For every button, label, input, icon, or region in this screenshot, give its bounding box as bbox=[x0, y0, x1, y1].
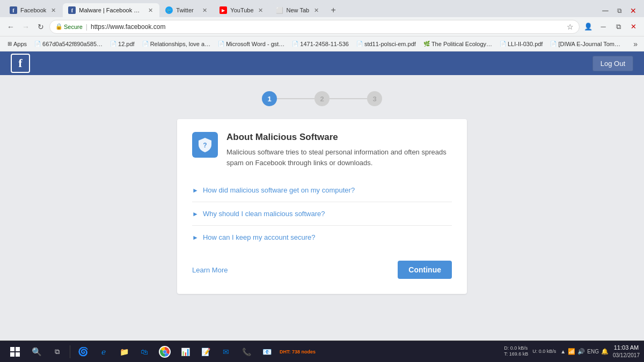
refresh-button[interactable]: ↻ bbox=[34, 20, 47, 33]
step-2-circle: 2 bbox=[314, 91, 330, 106]
bookmark-1-label: 667d0a542f890a585… bbox=[42, 41, 103, 47]
bookmark-3[interactable]: 📄 Relationships, love a… bbox=[139, 40, 214, 48]
taskbar-excel-icon[interactable]: 📊 bbox=[175, 342, 195, 361]
chevron-right-icon-2: ► bbox=[192, 210, 199, 218]
tray-notification-icon[interactable]: 🔔 bbox=[601, 348, 609, 355]
windows-start-button[interactable] bbox=[4, 342, 26, 361]
taskbar-files-icon[interactable]: 📁 bbox=[114, 342, 134, 361]
word-icon: 📝 bbox=[201, 348, 210, 356]
malware-favicon: f bbox=[68, 6, 76, 14]
minimize-icon[interactable]: ─ bbox=[597, 20, 610, 33]
bookmark-6[interactable]: 📄 std11-polsci-em.pdf bbox=[353, 40, 419, 48]
title-bar: f Facebook ✕ f Malware | Facebook Hel… ✕… bbox=[0, 0, 644, 17]
taskbar-ie-icon[interactable]: ℯ bbox=[94, 342, 113, 361]
taskbar-search-button[interactable]: 🔍 bbox=[27, 342, 46, 361]
tab-malware[interactable]: f Malware | Facebook Hel… ✕ bbox=[63, 3, 159, 17]
tab-facebook-close[interactable]: ✕ bbox=[49, 6, 57, 14]
taskbar-chrome-icon[interactable] bbox=[155, 342, 174, 361]
logout-button[interactable]: Log Out bbox=[592, 56, 633, 71]
tab-twitter[interactable]: 🐦 Twitter ✕ bbox=[160, 3, 214, 17]
bookmark-4[interactable]: 📄 Microsoft Word - gst… bbox=[215, 40, 288, 48]
faq-link-1[interactable]: How did malicious software get on my com… bbox=[203, 186, 355, 194]
url-text[interactable]: https://www.facebook.com bbox=[91, 23, 564, 31]
file-explorer-icon: 📁 bbox=[120, 348, 129, 356]
bookmark-star[interactable]: ☆ bbox=[567, 23, 574, 31]
bookmark-9[interactable]: 📄 [DIWA E-Journal Tom… bbox=[547, 40, 624, 48]
bookmark-apps-label: Apps bbox=[13, 41, 27, 47]
faq-item-2[interactable]: ► Why should I clean malicious software? bbox=[192, 202, 452, 226]
taskbar-store-icon[interactable]: 🛍 bbox=[135, 342, 154, 361]
facebook-logo: f bbox=[11, 54, 30, 73]
tab-newtab-label: New Tab bbox=[287, 7, 310, 13]
chrome-icon bbox=[159, 346, 171, 358]
twitter-favicon: 🐦 bbox=[165, 6, 173, 14]
faq-item-1[interactable]: ► How did malicious software get on my c… bbox=[192, 179, 452, 202]
excel-icon: 📊 bbox=[181, 348, 190, 356]
tab-newtab[interactable]: ⬜ New Tab ✕ bbox=[270, 3, 326, 17]
tray-chevron[interactable]: ▲ bbox=[560, 349, 566, 354]
taskbar-word-icon[interactable]: 📝 bbox=[196, 342, 215, 361]
ie-icon: ℯ bbox=[101, 348, 106, 356]
tab-twitter-close[interactable]: ✕ bbox=[201, 6, 208, 14]
bookmark-apps[interactable]: ⊞ Apps bbox=[4, 40, 30, 48]
clock-time: 11:03 AM bbox=[613, 344, 640, 352]
tray-network-icon: 📶 bbox=[568, 348, 575, 355]
tab-newtab-close[interactable]: ✕ bbox=[312, 6, 320, 14]
network-upload: U: 0.0 kB/s bbox=[532, 349, 556, 355]
taskbar-phone-icon[interactable]: 📞 bbox=[237, 342, 256, 361]
tab-facebook[interactable]: f Facebook ✕ bbox=[4, 3, 62, 17]
window-minimize[interactable]: ─ bbox=[599, 4, 612, 17]
tab-youtube-close[interactable]: ✕ bbox=[257, 6, 265, 14]
svg-rect-2 bbox=[16, 347, 20, 351]
bookmark-5[interactable]: 📄 1471-2458-11-536 bbox=[289, 40, 352, 48]
window-restore[interactable]: ⧉ bbox=[613, 4, 626, 17]
store-icon: 🛍 bbox=[141, 348, 148, 356]
chevron-right-icon-1: ► bbox=[192, 187, 199, 194]
doc-icon-4: 📄 bbox=[218, 41, 224, 47]
svg-rect-4 bbox=[16, 352, 20, 357]
continue-button[interactable]: Continue bbox=[398, 261, 452, 279]
svg-rect-3 bbox=[10, 352, 14, 357]
forward-button[interactable]: → bbox=[19, 20, 32, 33]
bookmark-8-label: LLI-II-030.pdf bbox=[508, 41, 543, 47]
new-tab-button[interactable]: + bbox=[326, 3, 341, 17]
address-bar[interactable]: 🔒 Secure | https://www.facebook.com ☆ bbox=[49, 20, 580, 34]
faq-link-2[interactable]: Why should I clean malicious software? bbox=[203, 210, 325, 218]
tab-malware-close[interactable]: ✕ bbox=[147, 6, 154, 14]
taskbar-mail2-icon[interactable]: 📧 bbox=[257, 342, 276, 361]
windows-logo-icon bbox=[10, 347, 20, 357]
step-line-1 bbox=[277, 98, 314, 99]
back-button[interactable]: ← bbox=[4, 20, 17, 33]
learn-more-link[interactable]: Learn More bbox=[192, 266, 228, 274]
card-header: ? About Malicious Software Malicious sof… bbox=[192, 132, 452, 168]
restore-window-icon[interactable]: ⧉ bbox=[612, 20, 625, 33]
malware-info-card: ? About Malicious Software Malicious sof… bbox=[177, 119, 467, 294]
bookmark-5-label: 1471-2458-11-536 bbox=[300, 41, 349, 47]
clock-date: 03/12/2017 bbox=[613, 352, 640, 359]
tab-youtube[interactable]: ▶ YouTube ✕ bbox=[214, 3, 269, 17]
bookmarks-bar: ⊞ Apps 📄 667d0a542f890a585… 📄 12.pdf 📄 R… bbox=[0, 36, 644, 51]
taskbar-clock[interactable]: 11:03 AM 03/12/2017 bbox=[613, 344, 640, 359]
tab-twitter-label: Twitter bbox=[176, 7, 197, 13]
doc-icon-6: 📄 bbox=[356, 41, 363, 47]
bookmark-2[interactable]: 📄 12.pdf bbox=[107, 40, 138, 48]
svg-rect-1 bbox=[10, 347, 14, 351]
tray-speaker-icon[interactable]: 🔊 bbox=[577, 348, 585, 355]
window-close[interactable]: ✕ bbox=[627, 4, 640, 17]
network-ul: T: 169.6 kB bbox=[504, 351, 528, 358]
taskbar-edge-icon[interactable]: 🌀 bbox=[74, 342, 93, 361]
taskbar-mail-icon[interactable]: ✉ bbox=[216, 342, 236, 361]
bookmark-1[interactable]: 📄 667d0a542f890a585… bbox=[31, 40, 106, 48]
shield-svg: ? bbox=[197, 137, 213, 153]
bookmarks-more-button[interactable]: » bbox=[631, 39, 640, 49]
faq-item-3[interactable]: ► How can I keep my account secure? bbox=[192, 226, 452, 249]
doc-icon-1: 📄 bbox=[34, 41, 41, 47]
bookmark-8[interactable]: 📄 LLI-II-030.pdf bbox=[496, 40, 546, 48]
faq-link-3[interactable]: How can I keep my account secure? bbox=[203, 233, 316, 241]
task-view-button[interactable]: ⧉ bbox=[47, 342, 67, 361]
user-account-icon[interactable]: 👤 bbox=[582, 20, 595, 33]
close-window-icon[interactable]: ✕ bbox=[627, 20, 640, 33]
bookmark-9-label: [DIWA E-Journal Tom… bbox=[558, 41, 620, 47]
doc-icon-8: 📄 bbox=[500, 41, 506, 47]
bookmark-7[interactable]: 🌿 The Political Ecology… bbox=[420, 40, 495, 48]
